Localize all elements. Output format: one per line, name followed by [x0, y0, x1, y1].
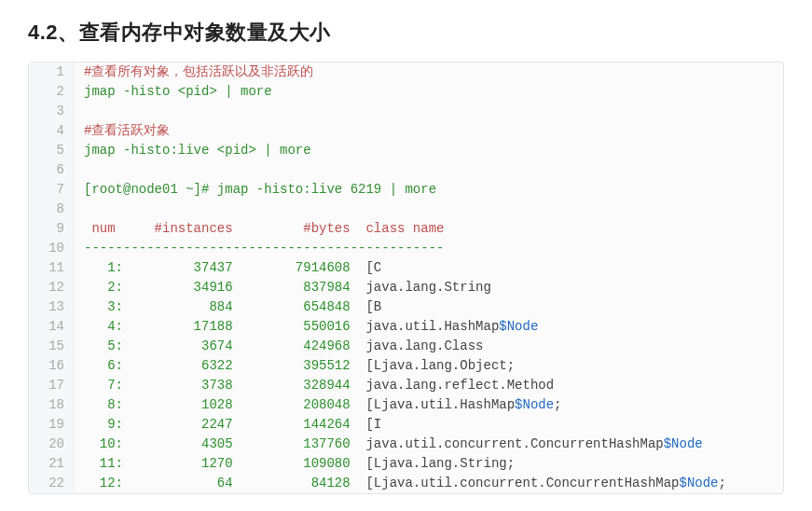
line-number: 20 [29, 435, 75, 454]
code-segment: java.util.HashMap [351, 319, 500, 334]
code-block: 1#查看所有对象，包括活跃以及非活跃的2jmap -histo <pid> | … [28, 62, 784, 494]
line-number: 9 [29, 219, 75, 239]
code-segment: ----------------------------------------… [84, 241, 444, 256]
line-number: 1 [29, 62, 75, 82]
code-segment: [B [351, 299, 382, 314]
code-content: 7: 3738 328944 java.lang.reflect.Method [75, 376, 554, 395]
code-segment: java.util.concurrent.ConcurrentHashMap [351, 436, 664, 451]
code-line: 11 1: 37437 7914608 [C [29, 258, 783, 278]
code-content: 4: 17188 550016 java.util.HashMap$Node [75, 317, 538, 337]
line-number: 6 [29, 160, 75, 180]
code-segment: 2: 34916 837984 [84, 280, 351, 295]
code-content: 3: 884 654848 [B [75, 297, 381, 317]
line-number: 19 [29, 415, 75, 435]
code-line: 5jmap -histo:live <pid> | more [29, 141, 783, 160]
code-line: 1#查看所有对象，包括活跃以及非活跃的 [29, 62, 783, 82]
code-content: 8: 1028 208048 [Ljava.util.HashMap$Node; [75, 395, 562, 415]
code-segment: 5: 3674 424968 [84, 338, 351, 353]
code-segment: [root@node01 ~]# jmap -histo:live 6219 |… [84, 182, 436, 197]
code-content: num #instances #bytes class name [75, 219, 444, 239]
code-content: 2: 34916 837984 java.lang.String [75, 278, 491, 297]
section-title: 4.2、查看内存中对象数量及大小 [28, 19, 784, 47]
code-segment: $Node [515, 397, 554, 412]
code-line: 12 2: 34916 837984 java.lang.String [29, 278, 783, 297]
code-segment: java.lang.Class [351, 338, 484, 353]
line-number: 13 [29, 297, 75, 317]
code-content [75, 102, 91, 121]
line-number: 11 [29, 258, 75, 278]
code-segment: 11: 1270 109080 [84, 456, 351, 471]
code-content [75, 200, 91, 219]
line-number: 17 [29, 376, 75, 395]
code-segment: 4: 17188 550016 [84, 319, 351, 334]
code-line: 13 3: 884 654848 [B [29, 297, 783, 317]
code-segment: #查看所有对象，包括活跃以及非活跃的 [84, 64, 313, 79]
code-segment: [Ljava.util.concurrent.ConcurrentHashMap [351, 476, 680, 490]
code-segment: num #instances #bytes class name [84, 221, 444, 236]
code-content: 9: 2247 144264 [I [75, 415, 381, 435]
code-segment: 12: 64 84128 [84, 476, 351, 490]
code-content [75, 160, 91, 180]
code-segment: ; [719, 476, 726, 490]
code-segment: [I [351, 417, 382, 432]
code-segment: #查看活跃对象 [84, 123, 170, 138]
code-segment: [Ljava.util.HashMap [351, 397, 515, 412]
line-number: 7 [29, 180, 75, 200]
code-line: 20 10: 4305 137760 java.util.concurrent.… [29, 435, 783, 454]
code-content: ----------------------------------------… [75, 239, 444, 258]
code-content: jmap -histo:live <pid> | more [75, 141, 311, 160]
code-segment: jmap -histo <pid> | more [84, 84, 272, 99]
code-content: 5: 3674 424968 java.lang.Class [75, 337, 483, 356]
line-number: 10 [29, 239, 75, 258]
code-line: 4#查看活跃对象 [29, 121, 783, 141]
code-content: 11: 1270 109080 [Ljava.lang.String; [75, 454, 515, 474]
code-segment: 10: 4305 137760 [84, 436, 351, 451]
code-segment: $Node [499, 319, 538, 334]
line-number: 4 [29, 121, 75, 141]
code-line: 9 num #instances #bytes class name [29, 219, 783, 239]
code-content: 12: 64 84128 [Ljava.util.concurrent.Conc… [75, 474, 726, 493]
line-number: 15 [29, 337, 75, 356]
line-number: 8 [29, 200, 75, 219]
code-segment: [Ljava.lang.Object; [351, 358, 515, 373]
line-number: 12 [29, 278, 75, 297]
code-segment: jmap -histo:live <pid> | more [84, 143, 311, 158]
code-content: 10: 4305 137760 java.util.concurrent.Con… [75, 435, 703, 454]
code-segment: java.lang.reflect.Method [351, 378, 554, 393]
code-segment: 1: 37437 7914608 [84, 260, 351, 275]
code-line: 14 4: 17188 550016 java.util.HashMap$Nod… [29, 317, 783, 337]
code-line: 10--------------------------------------… [29, 239, 783, 258]
line-number: 21 [29, 454, 75, 474]
code-line: 16 6: 6322 395512 [Ljava.lang.Object; [29, 356, 783, 376]
code-segment: 8: 1028 208048 [84, 397, 351, 412]
code-segment: 7: 3738 328944 [84, 378, 351, 393]
code-line: 3 [29, 102, 783, 121]
code-line: 2jmap -histo <pid> | more [29, 82, 783, 102]
code-line: 22 12: 64 84128 [Ljava.util.concurrent.C… [29, 474, 783, 493]
line-number: 18 [29, 395, 75, 415]
code-segment: $Node [664, 436, 703, 451]
line-number: 3 [29, 102, 75, 121]
code-segment: $Node [680, 476, 719, 490]
code-segment: [C [351, 260, 382, 275]
code-line: 6 [29, 160, 783, 180]
code-content: 1: 37437 7914608 [C [75, 258, 381, 278]
line-number: 16 [29, 356, 75, 376]
line-number: 2 [29, 82, 75, 102]
code-line: 21 11: 1270 109080 [Ljava.lang.String; [29, 454, 783, 474]
code-line: 17 7: 3738 328944 java.lang.reflect.Meth… [29, 376, 783, 395]
code-line: 18 8: 1028 208048 [Ljava.util.HashMap$No… [29, 395, 783, 415]
code-content: #查看活跃对象 [75, 121, 170, 141]
code-content: [root@node01 ~]# jmap -histo:live 6219 |… [75, 180, 436, 200]
line-number: 22 [29, 474, 75, 493]
code-segment: ; [554, 397, 561, 412]
code-segment: 9: 2247 144264 [84, 417, 351, 432]
code-line: 19 9: 2247 144264 [I [29, 415, 783, 435]
code-line: 8 [29, 200, 783, 219]
code-content: 6: 6322 395512 [Ljava.lang.Object; [75, 356, 515, 376]
code-content: jmap -histo <pid> | more [75, 82, 272, 102]
line-number: 14 [29, 317, 75, 337]
line-number: 5 [29, 141, 75, 160]
code-segment: java.lang.String [351, 280, 491, 295]
code-segment: [Ljava.lang.String; [351, 456, 515, 471]
